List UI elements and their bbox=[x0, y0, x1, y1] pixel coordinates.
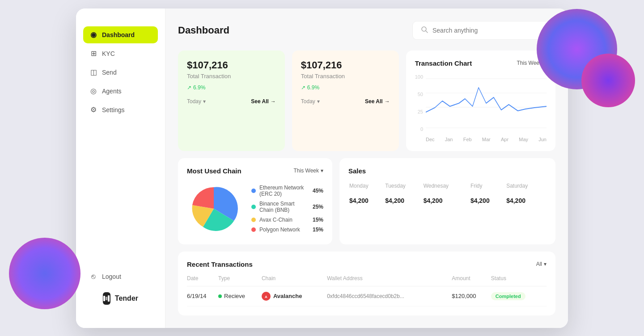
chain-name: Avalanche bbox=[273, 293, 302, 299]
stat-amount-orange: $107,216 bbox=[301, 59, 390, 71]
chevron-down-icon: ▾ bbox=[544, 60, 547, 66]
type-dot bbox=[218, 294, 222, 298]
bg-decoration-bl bbox=[9, 238, 80, 309]
logout-icon: ⎋ bbox=[89, 273, 97, 281]
txn-col-header: Type bbox=[218, 275, 262, 286]
sales-title: Sales bbox=[348, 167, 547, 175]
chevron-down-icon: ▾ bbox=[317, 98, 320, 105]
brand-icon bbox=[103, 292, 110, 305]
chain-logo-svg: A bbox=[262, 292, 271, 301]
legend-dot bbox=[251, 189, 256, 193]
legend-pct: 15% bbox=[313, 227, 323, 233]
page-title: Dashboard bbox=[178, 25, 229, 36]
sidebar-item-kyc[interactable]: ⊞ KYC bbox=[83, 45, 158, 62]
chain-header: Most Used Chain This Week ▾ bbox=[187, 167, 323, 175]
period-green[interactable]: Today ▾ bbox=[187, 98, 206, 105]
settings-icon: ⚙ bbox=[89, 106, 97, 114]
legend-dot bbox=[251, 205, 256, 209]
all-filter[interactable]: All ▾ bbox=[536, 261, 547, 267]
chart-title: Transaction Chart bbox=[415, 59, 472, 67]
see-all-green[interactable]: See All → bbox=[251, 98, 276, 105]
sidebar-item-send[interactable]: ◫ Send bbox=[83, 64, 158, 81]
svg-rect-1 bbox=[106, 297, 107, 300]
sales-col-value: $4,200 bbox=[385, 194, 422, 204]
pie-chart bbox=[187, 182, 241, 235]
stat-label-green: Total Transaction bbox=[187, 73, 276, 80]
sales-col-value: $4,200 bbox=[470, 194, 505, 204]
legend-dot bbox=[251, 218, 256, 222]
chain-title: Most Used Chain bbox=[187, 167, 242, 175]
sales-col-value: $4,200 bbox=[424, 194, 470, 204]
sales-col-header: Tuesday bbox=[385, 183, 422, 193]
svg-text:A: A bbox=[265, 295, 267, 299]
legend-label: Polygon Network bbox=[259, 227, 309, 233]
stat-badge-orange: ↗ 6.9% bbox=[301, 84, 319, 91]
chart-svg bbox=[426, 74, 547, 132]
txn-table-header: DateTypeChainWallet AddressAmountStatus bbox=[187, 275, 547, 286]
search-input[interactable] bbox=[432, 27, 547, 34]
sales-table-values-row: $4,200$4,200$4,200$4,200$4,200 bbox=[349, 194, 546, 204]
svg-rect-2 bbox=[108, 295, 110, 302]
chart-row: 100 50 25 0 bbox=[415, 74, 547, 142]
sales-col-value: $4,200 bbox=[349, 194, 384, 204]
chart-x-labels: Dec Jan Feb Mar Apr May Jun bbox=[426, 137, 547, 142]
txn-date: 6/19/14 bbox=[187, 286, 218, 306]
sales-col-header: Wednesay bbox=[424, 183, 470, 193]
legend-item: Avax C-Chain 15% bbox=[251, 217, 323, 223]
stat-footer-green: Today ▾ See All → bbox=[187, 98, 276, 105]
chain-body: Ethereum Network (ERC 20) 45% Binance Sm… bbox=[187, 182, 323, 235]
brand: Tender bbox=[89, 285, 152, 312]
legend-pct: 45% bbox=[313, 188, 323, 194]
legend-item: Binance Smart Chain (BNB) 25% bbox=[251, 201, 323, 213]
sidebar-item-settings[interactable]: ⚙ Settings bbox=[83, 101, 158, 118]
chart-y-labels: 100 50 25 0 bbox=[415, 74, 423, 132]
txn-status: Completed bbox=[491, 286, 547, 306]
cards-row: $107,216 Total Transaction ↗ 6.9% Today … bbox=[178, 50, 555, 151]
chart-period-selector[interactable]: This Week ▾ bbox=[517, 60, 547, 66]
kyc-icon: ⊞ bbox=[89, 50, 97, 58]
header: Dashboard bbox=[178, 21, 555, 40]
search-icon bbox=[421, 26, 428, 35]
sales-col-header: Saturday bbox=[506, 183, 546, 193]
sales-card: Sales MondayTuesdayWednesayFridySaturday… bbox=[339, 158, 555, 244]
txn-table: DateTypeChainWallet AddressAmountStatus … bbox=[187, 275, 547, 307]
logout-button[interactable]: ⎋ Logout bbox=[89, 268, 152, 285]
bg-decoration-br bbox=[581, 54, 635, 107]
txn-col-header: Wallet Address bbox=[327, 275, 452, 286]
chart-svg-container: Dec Jan Feb Mar Apr May Jun bbox=[426, 74, 547, 142]
stat-card-orange: $107,216 Total Transaction ↗ 6.9% Today … bbox=[292, 50, 399, 151]
txn-title: Recent Transactions bbox=[187, 260, 253, 268]
sales-table-header-row: MondayTuesdayWednesayFridySaturday bbox=[349, 183, 546, 193]
chain-legend: Ethereum Network (ERC 20) 45% Binance Sm… bbox=[251, 185, 323, 233]
txn-col-header: Date bbox=[187, 275, 218, 286]
sales-col-value: $4,200 bbox=[506, 194, 546, 204]
transactions-card: Recent Transactions All ▾ DateTypeChainW… bbox=[178, 252, 555, 315]
legend-dot bbox=[251, 227, 256, 232]
stat-badge-green: ↗ 6.9% bbox=[187, 84, 205, 91]
chevron-down-icon: ▾ bbox=[544, 261, 547, 267]
sidebar-label-dashboard: Dashboard bbox=[102, 31, 135, 38]
sidebar: ◉ Dashboard ⊞ KYC ◫ Send ◎ Agents ⚙ Sett… bbox=[76, 8, 165, 328]
logout-label: Logout bbox=[102, 273, 121, 280]
brand-name: Tender bbox=[115, 294, 138, 302]
stat-footer-orange: Today ▾ See All → bbox=[301, 98, 390, 105]
dashboard-icon: ◉ bbox=[89, 31, 97, 39]
sidebar-label-kyc: KYC bbox=[102, 50, 115, 57]
search-bar[interactable] bbox=[412, 21, 555, 40]
txn-table-body: 6/19/14 Recieve A Avalanche 0xfdc4846ccd… bbox=[187, 286, 547, 306]
chain-period-selector[interactable]: This Week ▾ bbox=[294, 168, 323, 174]
trend-up-icon: ↗ bbox=[187, 84, 191, 91]
sales-col-header: Monday bbox=[349, 183, 384, 193]
see-all-orange[interactable]: See All → bbox=[365, 98, 390, 105]
txn-wallet: 0xfdc4846ccd6548facecd0b2b... bbox=[327, 286, 452, 306]
legend-label: Binance Smart Chain (BNB) bbox=[259, 201, 309, 213]
most-used-chain-card: Most Used Chain This Week ▾ bbox=[178, 158, 332, 244]
sales-col-header: Fridy bbox=[470, 183, 505, 193]
sidebar-label-settings: Settings bbox=[102, 106, 125, 113]
sidebar-item-dashboard[interactable]: ◉ Dashboard bbox=[83, 26, 158, 43]
stat-amount-green: $107,216 bbox=[187, 59, 276, 71]
txn-chain: A Avalanche bbox=[262, 286, 327, 306]
sidebar-item-agents[interactable]: ◎ Agents bbox=[83, 83, 158, 100]
period-orange[interactable]: Today ▾ bbox=[301, 98, 320, 105]
legend-label: Avax C-Chain bbox=[259, 217, 309, 223]
